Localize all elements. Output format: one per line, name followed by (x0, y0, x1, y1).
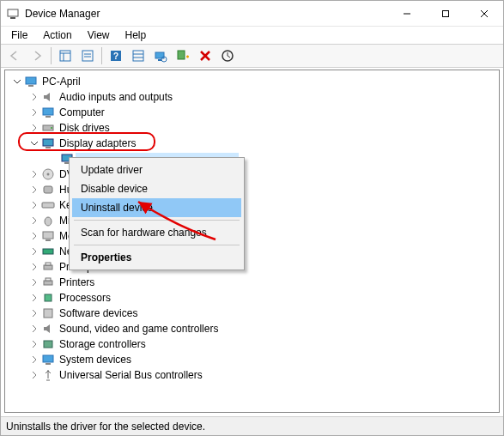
chevron-right-icon[interactable] (27, 167, 41, 181)
chevron-right-icon[interactable] (27, 306, 41, 320)
uninstall-button[interactable] (195, 45, 216, 66)
menu-action[interactable]: Action (36, 28, 78, 42)
svg-rect-41 (46, 263, 51, 265)
chevron-right-icon[interactable] (27, 106, 41, 119)
chevron-right-icon[interactable] (27, 183, 41, 197)
context-menu-uninstall-device[interactable]: Uninstall device (72, 198, 241, 217)
printer-icon (41, 276, 55, 289)
svg-rect-44 (45, 294, 52, 301)
toolbar-separator (51, 47, 52, 64)
forward-button[interactable] (27, 45, 47, 66)
maximize-button[interactable] (426, 1, 465, 27)
svg-point-33 (47, 173, 50, 176)
context-menu-update-driver[interactable]: Update driver (72, 160, 241, 179)
tree-item-system[interactable]: System devices (9, 352, 499, 367)
svg-rect-34 (44, 186, 52, 193)
context-menu-disable-device[interactable]: Disable device (72, 179, 241, 198)
tree-item-computer[interactable]: Computer (9, 105, 499, 120)
properties-button[interactable] (77, 45, 98, 66)
chevron-right-icon[interactable] (27, 121, 41, 135)
hid-icon (41, 183, 55, 197)
status-text: Uninstalls the driver for the selected d… (6, 421, 205, 433)
svg-rect-40 (44, 265, 52, 269)
tree-root-label: PC-April (39, 75, 83, 88)
help-button[interactable]: ? (106, 45, 126, 66)
tree-item-audio[interactable]: Audio inputs and outputs (9, 89, 499, 105)
toolbar: ? (1, 44, 503, 68)
views-button[interactable] (128, 45, 149, 66)
title-bar: Device Manager (1, 1, 503, 27)
tree-item-printers[interactable]: Printers (9, 275, 499, 290)
svg-rect-9 (82, 51, 93, 61)
dvd-icon (41, 167, 55, 181)
tree-item-display[interactable]: Display adapters (9, 136, 499, 151)
chevron-right-icon[interactable] (27, 260, 41, 274)
toolbar-separator (101, 47, 102, 64)
status-bar: Uninstalls the driver for the selected d… (1, 416, 503, 435)
storage-icon (41, 337, 55, 351)
svg-point-36 (45, 217, 52, 226)
window-title: Device Manager (25, 8, 100, 20)
chevron-right-icon[interactable] (27, 322, 41, 336)
monitor-icon (41, 229, 55, 243)
svg-rect-1 (10, 17, 15, 19)
chevron-down-icon[interactable] (27, 136, 41, 150)
minimize-button[interactable] (387, 1, 426, 27)
chevron-right-icon[interactable] (27, 198, 41, 212)
tree-item-sound[interactable]: Sound, video and game controllers (9, 321, 499, 336)
add-legacy-button[interactable] (173, 45, 193, 66)
svg-rect-39 (43, 249, 53, 254)
update-driver-button[interactable] (217, 45, 238, 66)
chevron-right-icon[interactable] (27, 245, 41, 258)
svg-rect-18 (158, 59, 161, 61)
svg-rect-0 (8, 9, 18, 16)
monitor-icon (41, 106, 55, 119)
tree-item-disk[interactable]: Disk drives (9, 120, 499, 136)
context-menu-separator (74, 220, 240, 221)
svg-rect-35 (42, 203, 54, 208)
disk-icon (41, 121, 55, 135)
svg-rect-20 (178, 51, 185, 59)
tree-item-usb[interactable]: Universal Serial Bus controllers (9, 367, 499, 383)
back-button[interactable] (4, 45, 25, 66)
context-menu-properties[interactable]: Properties (72, 248, 241, 267)
chevron-right-icon[interactable] (27, 337, 41, 351)
show-hide-tree-button[interactable] (55, 45, 76, 66)
tree-item-storage[interactable]: Storage controllers (9, 336, 499, 352)
svg-rect-45 (44, 309, 52, 318)
software-icon (41, 306, 55, 320)
app-icon (6, 7, 20, 21)
tree-root[interactable]: PC-April (9, 74, 499, 89)
chevron-right-icon[interactable] (27, 353, 41, 366)
svg-rect-29 (46, 147, 51, 148)
chevron-right-icon[interactable] (27, 229, 41, 243)
menu-view[interactable]: View (81, 28, 117, 42)
chevron-right-icon[interactable] (27, 368, 41, 382)
display-adapter-icon (41, 136, 55, 150)
mouse-icon (41, 214, 55, 227)
chevron-right-icon[interactable] (27, 90, 41, 104)
svg-rect-6 (60, 51, 70, 61)
close-button[interactable] (465, 1, 503, 27)
svg-rect-37 (43, 232, 53, 239)
chevron-right-icon[interactable] (27, 214, 41, 227)
chevron-right-icon[interactable] (27, 291, 41, 305)
scan-hardware-button[interactable] (150, 45, 171, 66)
svg-point-27 (51, 127, 52, 129)
tree-item-processors[interactable]: Processors (9, 290, 499, 306)
chevron-down-icon[interactable] (10, 75, 24, 88)
device-tree-panel: PC-April Audio inputs and outputs Comput… (4, 70, 500, 413)
printer-icon (41, 260, 55, 274)
svg-rect-28 (43, 139, 53, 146)
speaker-icon (41, 90, 55, 104)
svg-rect-48 (46, 363, 51, 365)
context-menu-separator (74, 245, 240, 245)
context-menu-scan-hardware[interactable]: Scan for hardware changes (72, 223, 241, 242)
computer-icon (24, 75, 38, 88)
menu-help[interactable]: Help (118, 28, 154, 42)
chevron-right-icon[interactable] (27, 276, 41, 289)
tree-item-software[interactable]: Software devices (9, 306, 499, 321)
svg-rect-14 (133, 51, 143, 61)
svg-rect-42 (44, 281, 52, 285)
menu-file[interactable]: File (4, 28, 34, 42)
